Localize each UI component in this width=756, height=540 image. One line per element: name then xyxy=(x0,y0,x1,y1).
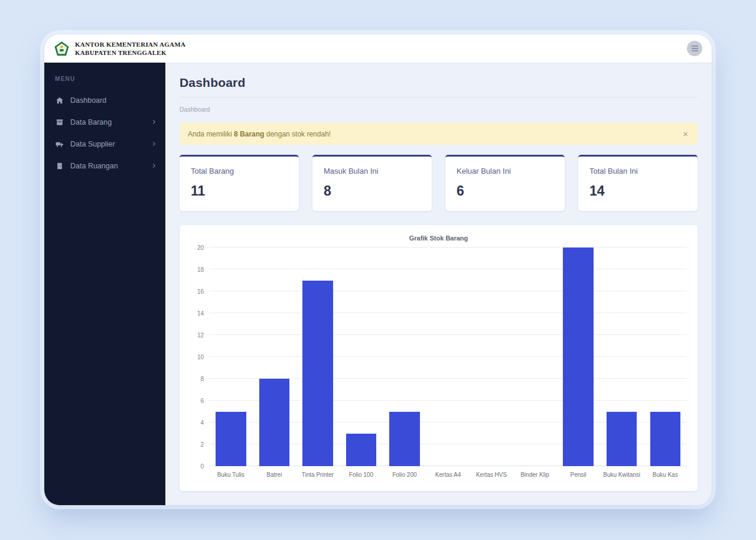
chart-title: Grafik Stok Barang xyxy=(190,235,687,242)
x-category-label: Pensil xyxy=(556,471,600,478)
app-window: Kantor Kementerian Agama Kabupaten Treng… xyxy=(44,34,712,505)
x-category-label: Folio 100 xyxy=(340,471,383,478)
stat-card-total-bulan-ini: Total Bulan Ini 14 xyxy=(578,155,698,211)
chevron-right-icon xyxy=(151,164,155,168)
sidebar-item-label: Dashboard xyxy=(70,96,106,105)
bar-slot xyxy=(556,248,600,466)
door-icon xyxy=(55,161,64,170)
x-category-label: Batrei xyxy=(253,471,296,478)
main-content: Dashboard Dashboard Anda memiliki 8 Bara… xyxy=(165,63,712,505)
bar-slot xyxy=(209,248,253,466)
stat-label: Total Barang xyxy=(191,167,288,175)
low-stock-alert: Anda memiliki 8 Barang dengan stok renda… xyxy=(180,123,698,145)
sidebar-item-data-ruangan[interactable]: Data Ruangan xyxy=(44,155,165,177)
bar-chart: 02468101214161820 xyxy=(190,248,687,466)
bar-slot xyxy=(513,248,557,466)
y-tick-label: 16 xyxy=(197,288,204,295)
bar-pensil[interactable] xyxy=(563,248,593,466)
bar-slot xyxy=(470,248,513,466)
bar-buku-kas[interactable] xyxy=(650,412,680,467)
x-category-label: Tinta Printer xyxy=(296,471,340,478)
bar-folio-200[interactable] xyxy=(389,412,419,467)
chart-bars xyxy=(209,248,687,466)
y-tick-label: 10 xyxy=(197,354,204,360)
alert-text: Anda memiliki 8 Barang dengan stok renda… xyxy=(188,130,331,138)
bar-buku-kwitansi[interactable] xyxy=(607,412,637,467)
sidebar: MENU Dashboard Data Barang Data Supplier xyxy=(44,63,165,505)
sidebar-item-data-supplier[interactable]: Data Supplier xyxy=(44,133,165,155)
sidebar-item-data-barang[interactable]: Data Barang xyxy=(44,111,165,133)
stat-value: 14 xyxy=(589,183,686,199)
x-category-label: Kertas HVS xyxy=(470,471,513,478)
chart-y-axis: 02468101214161820 xyxy=(190,248,209,466)
archive-box-icon xyxy=(55,118,64,126)
y-tick-label: 6 xyxy=(200,398,204,404)
y-tick-label: 20 xyxy=(197,245,204,251)
org-name-line2: Kabupaten Trenggalek xyxy=(75,48,185,57)
page-title: Dashboard xyxy=(180,76,698,90)
stat-card-keluar-bulan-ini: Keluar Bulan Ini 6 xyxy=(445,155,565,211)
stat-cards: Total Barang 11 Masuk Bulan Ini 8 Keluar… xyxy=(180,155,698,211)
bar-tinta-printer[interactable] xyxy=(302,281,333,467)
hamburger-icon xyxy=(692,45,698,47)
x-category-label: Kertas A4 xyxy=(426,471,470,478)
chevron-right-icon xyxy=(151,142,155,146)
x-category-label: Binder Klip xyxy=(513,471,557,478)
x-category-label: Buku Kas xyxy=(643,471,687,478)
bar-slot xyxy=(253,248,296,466)
y-tick-label: 14 xyxy=(197,310,204,317)
bar-slot xyxy=(383,248,426,466)
sidebar-item-label: Data Supplier xyxy=(70,140,115,148)
y-tick-label: 0 xyxy=(200,463,204,470)
chart-category-labels: Buku TulisBatreiTinta PrinterFolio 100Fo… xyxy=(209,471,687,478)
bar-slot xyxy=(600,248,644,466)
top-header: Kantor Kementerian Agama Kabupaten Treng… xyxy=(44,34,712,63)
x-category-label: Buku Kwitansi xyxy=(600,471,644,478)
bar-folio-100[interactable] xyxy=(346,434,376,467)
sidebar-item-dashboard[interactable]: Dashboard xyxy=(44,89,165,111)
stat-label: Total Bulan Ini xyxy=(589,167,686,175)
sidebar-menu-label: MENU xyxy=(44,72,165,89)
y-tick-label: 4 xyxy=(200,419,204,426)
stock-chart-card: Grafik Stok Barang 02468101214161820 Buk… xyxy=(180,225,698,491)
x-category-label: Buku Tulis xyxy=(209,471,253,478)
stat-value: 8 xyxy=(324,183,421,199)
org-name: Kantor Kementerian Agama Kabupaten Treng… xyxy=(75,40,185,57)
stat-value: 6 xyxy=(457,183,553,199)
bar-slot xyxy=(643,248,687,466)
bar-buku-tulis[interactable] xyxy=(216,412,246,467)
org-name-line1: Kantor Kementerian Agama xyxy=(75,40,185,48)
user-menu-button[interactable] xyxy=(687,41,702,56)
alert-bold-count: 8 Barang xyxy=(234,130,264,138)
alert-close-button[interactable]: × xyxy=(682,129,689,138)
bar-slot xyxy=(340,248,383,466)
stat-card-masuk-bulan-ini: Masuk Bulan Ini 8 xyxy=(312,155,432,211)
y-tick-label: 8 xyxy=(200,376,204,382)
bar-slot xyxy=(426,248,470,466)
stat-value: 11 xyxy=(191,183,288,199)
sidebar-item-label: Data Ruangan xyxy=(70,162,118,170)
kemenag-logo-icon xyxy=(54,41,70,57)
bar-slot xyxy=(296,248,340,466)
title-divider xyxy=(180,97,698,97)
sidebar-item-label: Data Barang xyxy=(70,118,112,126)
breadcrumb[interactable]: Dashboard xyxy=(180,106,210,113)
stat-label: Masuk Bulan Ini xyxy=(324,167,421,175)
y-tick-label: 18 xyxy=(197,266,204,273)
chevron-right-icon xyxy=(151,120,155,124)
bar-batrei[interactable] xyxy=(259,379,289,466)
stat-label: Keluar Bulan Ini xyxy=(457,167,553,175)
stat-card-total-barang: Total Barang 11 xyxy=(180,155,299,211)
x-category-label: Folio 200 xyxy=(383,471,426,478)
y-tick-label: 12 xyxy=(197,332,204,339)
home-icon xyxy=(55,96,64,105)
truck-icon xyxy=(55,139,64,148)
chart-plot xyxy=(209,248,687,466)
y-tick-label: 2 xyxy=(200,441,204,448)
